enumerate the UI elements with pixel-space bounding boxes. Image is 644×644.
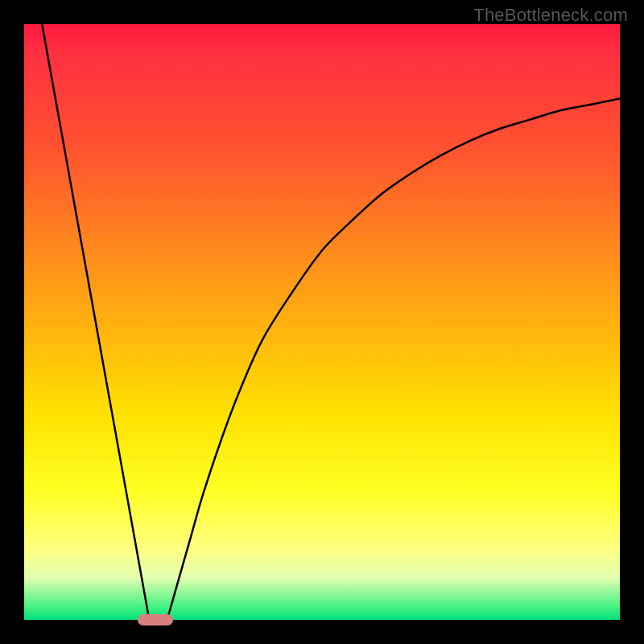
watermark-text: TheBottleneck.com <box>473 5 628 26</box>
chart-frame: TheBottleneck.com <box>0 0 644 644</box>
chart-curves <box>24 24 620 620</box>
curve-right <box>167 99 620 621</box>
curve-left <box>42 24 149 620</box>
bottleneck-marker <box>138 614 173 626</box>
